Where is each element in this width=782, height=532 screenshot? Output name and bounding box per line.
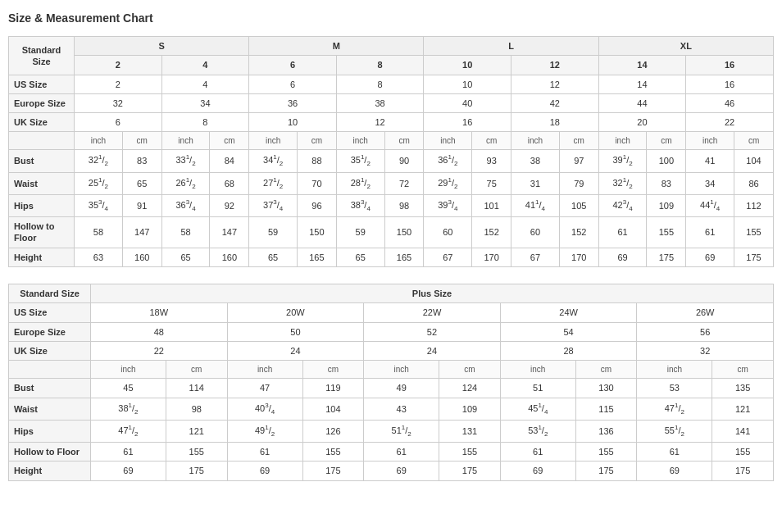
t1-hips-12: 105 — [559, 194, 598, 216]
t1-bust-7: 351/2 — [336, 150, 384, 172]
t1-waist-8: 72 — [384, 172, 424, 194]
t2-hips-2: 121 — [166, 420, 227, 442]
t2-uk-22: 22 — [91, 341, 228, 360]
t2-bust-5: 49 — [364, 379, 439, 398]
t2-hollow-label: Hollow to Floor — [9, 443, 91, 462]
t1-uk-12: 12 — [336, 113, 424, 132]
us-size-12: 12 — [511, 56, 599, 75]
us-size-8: 8 — [336, 56, 424, 75]
t1-hips-11: 411/4 — [511, 194, 560, 216]
t1-waist-7: 281/2 — [336, 172, 384, 194]
t1-us-4: 4 — [161, 75, 249, 93]
t2-hips-6: 131 — [439, 420, 501, 442]
t1-hollow-10: 152 — [472, 217, 511, 248]
xl-group-header: XL — [598, 37, 773, 56]
t1-eu-46: 46 — [686, 93, 774, 112]
t1-unit-inch7: inch — [598, 132, 647, 150]
t1-height-11: 67 — [511, 248, 560, 266]
t1-height-1: 63 — [75, 248, 123, 266]
t1-hips-15: 441/4 — [686, 194, 734, 216]
t1-hollow-5: 59 — [249, 217, 298, 248]
t2-hollow-6: 155 — [439, 443, 501, 462]
t1-uk-16: 16 — [424, 113, 511, 132]
t2-hips-4: 126 — [302, 420, 364, 442]
t2-hips-10: 141 — [712, 420, 774, 442]
t2-height-10: 175 — [712, 462, 774, 480]
t2-eu-54: 54 — [500, 322, 637, 341]
t2-unit-cm2: cm — [302, 361, 364, 379]
t2-waist-3: 403/4 — [227, 398, 302, 420]
t2-waist-5: 43 — [364, 398, 439, 420]
t1-height-16: 175 — [734, 248, 774, 266]
t1-eu-44: 44 — [598, 93, 686, 112]
t2-height-label: Height — [9, 462, 91, 480]
t1-unit-inch8: inch — [686, 132, 734, 150]
t2-bust-7: 51 — [500, 379, 575, 398]
t2-height-3: 69 — [227, 462, 302, 480]
page-title: Size & Measurement Chart — [8, 8, 774, 28]
t1-bust-5: 341/2 — [249, 150, 298, 172]
t1-hollow-4: 147 — [210, 217, 249, 248]
t1-eu-42: 42 — [511, 93, 599, 112]
t2-height-5: 69 — [364, 462, 439, 480]
t1-bust-3: 331/2 — [161, 150, 210, 172]
t2-unit-inch5: inch — [637, 361, 712, 379]
t1-uk-20: 20 — [598, 113, 686, 132]
t1-hips-7: 383/4 — [336, 194, 384, 216]
t1-unit-inch5: inch — [424, 132, 472, 150]
t1-unit-cm7: cm — [647, 132, 686, 150]
t1-bust-label: Bust — [9, 150, 75, 172]
t2-height-7: 69 — [500, 462, 575, 480]
t1-us-12: 12 — [511, 75, 599, 93]
s-group-header: S — [75, 37, 249, 56]
t2-unit-inch2: inch — [227, 361, 302, 379]
t1-uk-18: 18 — [511, 113, 599, 132]
t1-hollow-8: 150 — [384, 217, 424, 248]
t1-unit-label — [9, 132, 75, 150]
t2-waist-4: 104 — [302, 398, 364, 420]
t2-hollow-1: 61 — [91, 443, 166, 462]
t1-bust-8: 90 — [384, 150, 424, 172]
t2-bust-10: 135 — [712, 379, 774, 398]
t2-bust-2: 114 — [166, 379, 227, 398]
t1-unit-inch6: inch — [511, 132, 560, 150]
t1-waist-3: 261/2 — [161, 172, 210, 194]
t1-unit-cm6: cm — [559, 132, 598, 150]
t1-height-7: 65 — [336, 248, 384, 266]
t1-height-14: 175 — [647, 248, 686, 266]
t1-hollow-1: 58 — [75, 217, 123, 248]
t1-bust-15: 41 — [686, 150, 734, 172]
t1-waist-16: 86 — [734, 172, 774, 194]
t1-hips-5: 373/4 — [249, 194, 298, 216]
t1-hips-6: 96 — [298, 194, 337, 216]
t1-us-6: 6 — [249, 75, 337, 93]
t2-bust-9: 53 — [637, 379, 712, 398]
t2-eu-50: 50 — [227, 322, 364, 341]
t1-bust-14: 100 — [647, 150, 686, 172]
t2-hips-label: Hips — [9, 420, 91, 442]
t2-unit-inch3: inch — [364, 361, 439, 379]
t1-height-10: 170 — [472, 248, 511, 266]
t2-height-8: 175 — [575, 462, 637, 480]
t1-uk-8: 8 — [161, 113, 249, 132]
t2-uk-24: 24 — [227, 341, 364, 360]
us-size-6: 6 — [249, 56, 337, 75]
t1-eu-38: 38 — [336, 93, 424, 112]
t1-unit-inch2: inch — [161, 132, 210, 150]
t1-us-2: 2 — [75, 75, 162, 93]
t1-unit-cm3: cm — [298, 132, 337, 150]
t1-height-4: 160 — [210, 248, 249, 266]
t2-hips-7: 531/2 — [500, 420, 575, 442]
t1-bust-6: 88 — [298, 150, 337, 172]
t1-bust-9: 361/2 — [424, 150, 472, 172]
t1-bust-4: 84 — [210, 150, 249, 172]
t2-unit-cm4: cm — [575, 361, 637, 379]
t2-uk-24b: 24 — [364, 341, 501, 360]
t1-eu-32: 32 — [75, 93, 162, 112]
t2-us-26w: 26W — [637, 303, 774, 322]
t1-hips-8: 98 — [384, 194, 424, 216]
t1-unit-cm4: cm — [384, 132, 424, 150]
t1-waist-2: 65 — [122, 172, 161, 194]
t1-height-6: 165 — [298, 248, 337, 266]
t1-hollow-12: 152 — [559, 217, 598, 248]
